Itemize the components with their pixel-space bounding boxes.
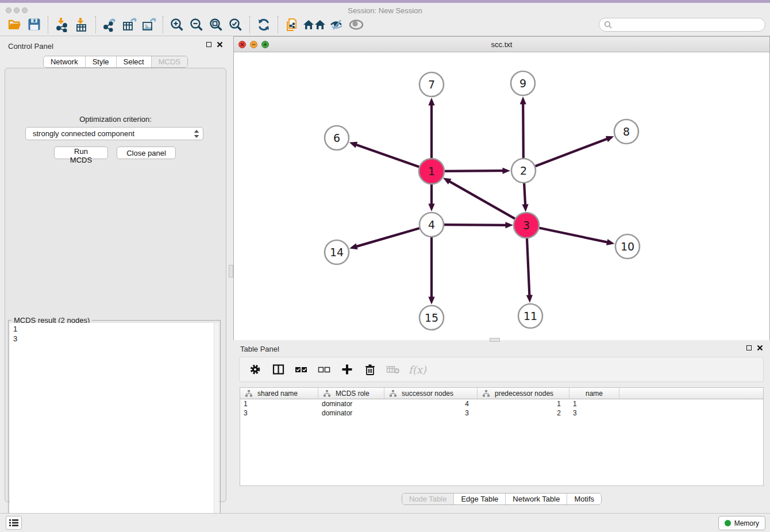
tab-motifs[interactable]: Motifs — [567, 494, 601, 504]
result-scrollbar[interactable] — [214, 323, 219, 532]
graph-node-9[interactable]: 9 — [511, 71, 535, 95]
graph-node-6[interactable]: 6 — [325, 126, 349, 150]
zoom-selected-button[interactable] — [226, 15, 245, 34]
table-cell[interactable]: 4 — [384, 399, 478, 408]
column-header-successor-nodes[interactable]: successor nodes — [384, 388, 478, 399]
tab-network[interactable]: Network — [44, 56, 85, 67]
tab-select[interactable]: Select — [116, 56, 151, 67]
run-mcds-button[interactable]: Run MCDS — [54, 147, 108, 159]
search-field[interactable] — [599, 18, 765, 32]
graph-edge-1-4[interactable] — [428, 184, 434, 211]
columns-icon — [272, 364, 284, 375]
tab-network-table[interactable]: Network Table — [505, 494, 567, 504]
graph-edge-3-1[interactable] — [443, 178, 515, 219]
tab-style[interactable]: Style — [85, 56, 116, 67]
graph-edge-1-2[interactable] — [444, 168, 510, 174]
column-header-name[interactable]: name — [569, 388, 619, 399]
graph-edge-1-6[interactable] — [349, 142, 420, 167]
graph-edge-2-8[interactable] — [536, 136, 614, 166]
apply-layout-button[interactable] — [254, 15, 274, 34]
column-header-predecessor-nodes[interactable]: predecessor nodes — [478, 388, 569, 399]
duplicate-network-button[interactable] — [282, 15, 302, 34]
table-cell[interactable]: 3 — [569, 408, 619, 418]
table-cell[interactable]: dominator — [318, 408, 384, 418]
table-panel-title: Table Panel — [240, 345, 279, 353]
network-graph-svg: 7968124314101511 — [234, 52, 769, 340]
create-column-button[interactable] — [340, 362, 355, 377]
graph-node-8[interactable]: 8 — [614, 119, 638, 144]
float-panel-icon[interactable] — [206, 42, 211, 47]
graph-node-7[interactable]: 7 — [419, 72, 444, 97]
graph-node-10[interactable]: 10 — [615, 234, 640, 259]
show-hidden-button[interactable] — [346, 15, 366, 34]
table-cell[interactable]: 3 — [240, 408, 318, 418]
search-input[interactable] — [612, 19, 765, 30]
close-panel-icon[interactable] — [217, 41, 223, 48]
tab-mcds[interactable]: MCDS — [151, 56, 187, 67]
delete-table-button[interactable] — [386, 362, 401, 377]
mcds-result-text[interactable]: 1 3 — [10, 323, 214, 532]
export-image-button[interactable] — [139, 15, 159, 34]
graph-node-11[interactable]: 11 — [518, 304, 542, 328]
network-canvas[interactable]: 7968124314101511 — [234, 52, 769, 340]
graph-node-label: 6 — [333, 132, 340, 144]
export-network-button[interactable] — [100, 15, 120, 34]
tab-edge-table[interactable]: Edge Table — [453, 494, 505, 504]
criterion-dropdown[interactable]: strongly connected component — [25, 127, 203, 140]
select-all-columns-button[interactable] — [294, 362, 309, 377]
graph-edge-2-9[interactable] — [520, 97, 526, 158]
vertical-splitter-grip[interactable] — [229, 265, 233, 277]
graph-node-2[interactable]: 2 — [511, 159, 536, 183]
graph-node-1[interactable]: 1 — [419, 159, 444, 184]
table-cell[interactable]: 1 — [240, 399, 318, 408]
deselect-all-columns-button[interactable] — [317, 362, 332, 377]
graph-edge-4-14[interactable] — [349, 228, 419, 249]
table-cell[interactable]: dominator — [318, 399, 384, 408]
import-table-button[interactable] — [72, 15, 91, 34]
graph-edge-2-3[interactable] — [522, 183, 528, 212]
table-row[interactable]: 1dominator411 — [240, 399, 763, 408]
float-panel-icon[interactable] — [746, 345, 752, 350]
graph-edge-4-15[interactable] — [428, 237, 434, 304]
table-cell[interactable]: 3 — [384, 408, 478, 418]
graph-edge-3-10[interactable] — [539, 228, 615, 245]
open-session-button[interactable] — [5, 15, 24, 34]
hide-selected-button[interactable] — [327, 15, 346, 34]
zoom-out-button[interactable] — [187, 15, 206, 34]
criterion-dropdown-value: strongly connected component — [33, 129, 194, 138]
table-header-row: shared nameMCDS rolesuccessor nodesprede… — [240, 388, 763, 399]
network-window-titlebar[interactable]: scc.txt — [234, 37, 769, 52]
control-panel: Control Panel NetworkStyleSelectMCDS Opt… — [0, 36, 231, 507]
graph-node-15[interactable]: 15 — [419, 306, 444, 330]
column-header-mcds-role[interactable]: MCDS role — [318, 388, 384, 399]
table-row[interactable]: 3dominator323 — [240, 408, 763, 418]
export-table-button[interactable] — [120, 15, 139, 34]
show-columns-button[interactable] — [271, 362, 286, 377]
close-panel-icon[interactable] — [757, 345, 763, 351]
table-cell[interactable]: 1 — [569, 399, 619, 408]
tab-node-table[interactable]: Node Table — [402, 494, 454, 504]
search-icon — [604, 21, 612, 29]
show-all-button[interactable] — [302, 15, 327, 34]
delete-column-button[interactable] — [363, 362, 378, 377]
graph-edge-4-3[interactable] — [444, 222, 513, 228]
horizontal-splitter-grip[interactable] — [490, 338, 500, 342]
table-cell[interactable]: 1 — [478, 399, 569, 408]
close-panel-button[interactable]: Close panel — [117, 147, 176, 159]
task-history-button[interactable] — [6, 516, 22, 530]
graph-node-4[interactable]: 4 — [419, 213, 444, 237]
import-network-button[interactable] — [52, 15, 72, 34]
function-builder-button[interactable]: f(x) — [409, 364, 426, 376]
graph-node-14[interactable]: 14 — [325, 240, 349, 264]
table-settings-button[interactable] — [248, 362, 263, 377]
zoom-in-button[interactable] — [167, 15, 187, 34]
table-cell[interactable]: 2 — [478, 408, 569, 418]
save-session-button[interactable] — [24, 15, 44, 34]
graph-node-3[interactable]: 3 — [514, 213, 539, 238]
graph-edge-3-11[interactable] — [526, 238, 533, 303]
zoom-fit-button[interactable] — [206, 15, 226, 34]
toolbar-separator — [95, 16, 96, 33]
graph-edge-1-7[interactable] — [428, 98, 434, 159]
memory-button[interactable]: Memory — [718, 516, 765, 530]
column-header-shared-name[interactable]: shared name — [240, 388, 318, 399]
